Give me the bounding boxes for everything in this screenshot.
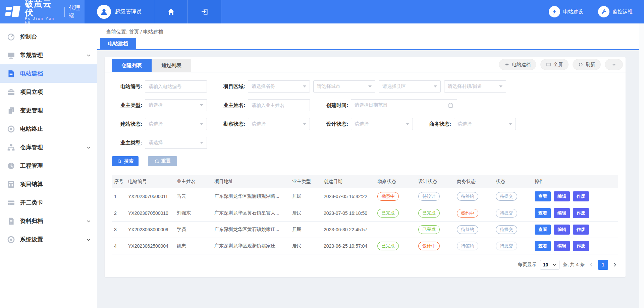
county-select[interactable]: 请选择县区 (379, 80, 441, 93)
sidebar-item-project-settlement[interactable]: 项目结算 (0, 175, 97, 193)
nav-monitor-ops[interactable]: 监控运维 (598, 6, 633, 17)
breadcrumb-path[interactable]: 首页 / 电站建档 (129, 29, 163, 35)
select-placeholder: 请选择 (149, 121, 163, 127)
caret-down-icon (406, 123, 409, 125)
tab-passed-list[interactable]: 通过列表 (152, 59, 191, 72)
filter-row-4: 业主类型: 请选择 (112, 137, 618, 149)
survey-status-select[interactable]: 请选择 (248, 118, 310, 130)
status-badge: 签约中 (457, 209, 478, 218)
cell-type: 居民 (290, 188, 322, 205)
select-placeholder: 请选择省份 (252, 83, 275, 89)
void-button[interactable]: 作废 (573, 225, 589, 235)
nav-station-construction[interactable]: 电站建设 (549, 6, 583, 17)
status-badge: 待签约 (457, 242, 478, 250)
select-placeholder: 请选择 (149, 140, 163, 146)
sidebar-item-system-settings[interactable]: 系统设置 (0, 230, 97, 249)
nav-label: 电站建设 (563, 9, 583, 15)
next-page-button[interactable] (611, 262, 618, 267)
edit-button[interactable]: 编辑 (554, 225, 570, 235)
station-code-input[interactable] (145, 80, 207, 93)
cell-code: YX2023062500004 (126, 238, 175, 254)
per-page-select[interactable]: 10 (540, 260, 559, 270)
sidebar-item-label: 工程管理 (20, 162, 43, 170)
cell-created: 2023-07-05 16:42:22 (322, 188, 375, 205)
header-spacer (221, 0, 549, 23)
edit-button[interactable]: 编辑 (554, 191, 570, 201)
view-button[interactable]: 查看 (535, 225, 551, 235)
view-button[interactable]: 查看 (535, 208, 551, 218)
select-placeholder: 请选择日期范围 (355, 102, 387, 108)
card-icon (7, 198, 15, 207)
void-button[interactable]: 作废 (573, 208, 589, 218)
void-button[interactable]: 作废 (573, 241, 589, 251)
filter-row-1: 电站编号: 项目区域: 请选择省份 请选择城市 请选择县区 请选择村镇/街道 (112, 80, 618, 93)
edit-button[interactable]: 编辑 (554, 208, 570, 218)
business-status-select[interactable]: 请选择 (454, 118, 516, 130)
sidebar-item-label: 项目结算 (20, 180, 43, 188)
col-code: 电站编号 (126, 175, 175, 188)
filter-owner-type-2: 业主类型: 请选择 (112, 137, 207, 149)
owner-name-input[interactable] (248, 99, 310, 111)
province-select[interactable]: 请选择省份 (248, 80, 310, 93)
prev-page-button[interactable] (588, 262, 595, 267)
caret-down-icon (200, 123, 203, 125)
cell-no: 1 (112, 188, 126, 205)
sidebar-item-general-mgmt[interactable]: 常规管理 (0, 46, 97, 64)
search-button[interactable]: 搜索 (112, 156, 139, 166)
page-tab-station-filing[interactable]: 电站建档 (100, 38, 136, 49)
filter-row-2: 业主类型: 请选择 业主姓名: 创建时间: 请选择日期范围 (112, 99, 618, 111)
view-button[interactable]: 查看 (535, 241, 551, 251)
login-exit-button[interactable] (188, 0, 221, 23)
per-page-label: 每页显示 (518, 262, 537, 268)
status-badge: 已完成 (418, 225, 440, 234)
edit-button[interactable]: 编辑 (554, 241, 570, 251)
filter-business-status: 商务状态: 请选择 (421, 118, 516, 130)
page-number-1[interactable]: 1 (598, 260, 608, 270)
status-badge: 待设计 (418, 192, 440, 201)
document-icon (7, 69, 15, 78)
design-status-select[interactable]: 请选择 (351, 118, 413, 130)
filter-row-3: 建站状态: 请选择 勘察状态: 请选择 设计状态: 请选择 商务状态: 请选择 (112, 118, 618, 130)
sidebar-item-station-termination[interactable]: 电站终止 (0, 120, 97, 138)
top-bar: 破茧云伏 Po Jian Yun Fu 代理端 超级管理员 (0, 0, 644, 23)
sidebar-item-class2-card[interactable]: 开二类卡 (0, 193, 97, 212)
view-button[interactable]: 查看 (535, 191, 551, 201)
brand-subtitle: Po Jian Yun Fu (25, 17, 60, 24)
breadcrumb: 当前位置: 首页 / 电站建档 (106, 29, 163, 35)
fullscreen-button[interactable]: 全屏 (540, 59, 569, 70)
col-status: 状态 (494, 175, 533, 188)
home-button[interactable] (154, 0, 188, 23)
cell-owner: 刘强东 (175, 205, 212, 221)
reset-button[interactable]: 重置 (148, 156, 177, 166)
lightning-icon (549, 6, 560, 17)
tab-create-list[interactable]: 创建列表 (112, 59, 152, 72)
sidebar-item-warehouse-mgmt[interactable]: 仓库管理 (0, 138, 97, 157)
station-filing-panel: 创建列表 通过列表 电站建档 全屏 (105, 57, 626, 277)
sidebar-item-label: 仓库管理 (20, 143, 43, 151)
build-status-select[interactable]: 请选择 (145, 118, 207, 130)
cell-created: 2023-06-30 22:45:57 (322, 221, 375, 238)
sidebar-item-station-filing[interactable]: 电站建档 (0, 64, 97, 83)
chevron-down-icon (611, 62, 616, 67)
scrollbar[interactable] (639, 23, 644, 308)
filter-actions: 搜索 重置 (105, 156, 626, 166)
date-range-input[interactable]: 请选择日期范围 (351, 99, 457, 111)
refresh-button[interactable]: 刷新 (573, 59, 601, 70)
sidebar-item-engineering-mgmt[interactable]: 工程管理 (0, 157, 97, 175)
sidebar-item-data-archive[interactable]: 资料归档 (0, 212, 97, 230)
cell-type: 居民 (290, 221, 322, 238)
add-station-button[interactable]: 电站建档 (499, 59, 536, 70)
void-button[interactable]: 作废 (573, 191, 589, 201)
station-table-wrap: 序号 电站编号 业主姓名 项目地址 业主类型 创建日期 勘察状态 设计状态 商务… (105, 166, 626, 254)
user-menu[interactable]: 超级管理员 (85, 0, 154, 23)
sidebar-item-change-mgmt[interactable]: 变更管理 (0, 101, 97, 120)
content-area: 创建列表 通过列表 电站建档 全屏 (97, 50, 639, 277)
owner-type-select[interactable]: 请选择 (145, 99, 207, 111)
town-select[interactable]: 请选择村镇/街道 (444, 80, 506, 93)
sidebar-item-project-initiation[interactable]: 项目立项 (0, 83, 97, 101)
sidebar-item-console[interactable]: 控制台 (0, 27, 97, 46)
city-select[interactable]: 请选择城市 (313, 80, 375, 93)
owner-type2-select[interactable]: 请选择 (145, 137, 207, 149)
dashboard-icon (7, 33, 15, 41)
collapse-button[interactable] (605, 59, 623, 70)
